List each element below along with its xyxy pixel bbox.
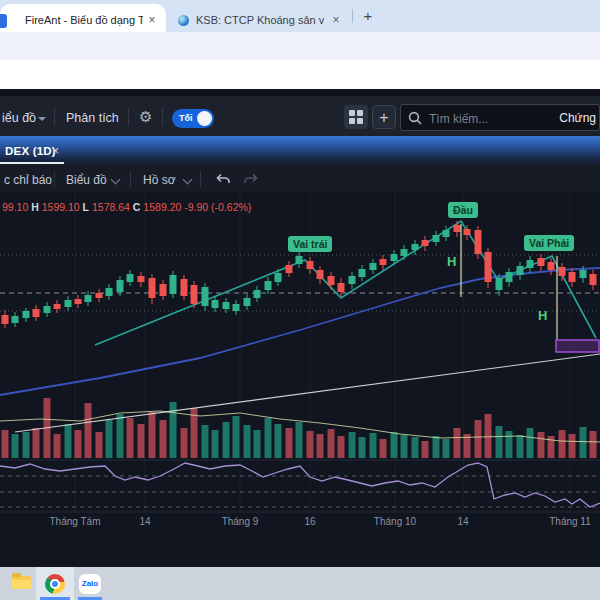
candle-body — [370, 263, 377, 270]
x-axis-label: 14 — [105, 516, 185, 527]
volume-bar — [254, 430, 261, 458]
volume-bar — [138, 424, 145, 458]
volume-bar — [127, 418, 134, 458]
volume-bar — [160, 420, 167, 458]
candle-body — [307, 261, 314, 269]
volume-bar — [433, 436, 440, 458]
candle-body — [54, 304, 61, 309]
high-label: H — [31, 201, 39, 213]
left-shoulder-annotation[interactable]: Vai trái — [288, 236, 332, 252]
volume-bar — [328, 429, 335, 458]
candle-body — [569, 272, 576, 282]
volume-bar — [23, 432, 30, 458]
candle-body — [443, 230, 450, 237]
volume-bar — [96, 432, 103, 458]
candle-body — [233, 304, 240, 311]
candle-body — [349, 276, 356, 284]
volume-bar — [33, 428, 40, 458]
volume-bar — [475, 420, 482, 458]
candle-body — [538, 258, 545, 266]
head-annotation[interactable]: Đầu — [448, 202, 478, 218]
candle-body — [328, 276, 335, 285]
volume-bar — [223, 422, 230, 458]
candle-body — [2, 315, 9, 324]
candle-body — [23, 311, 30, 318]
candle-body — [191, 285, 198, 304]
candle-body — [75, 299, 82, 304]
candle-body — [244, 298, 251, 306]
volume-bar — [359, 437, 366, 458]
volume-bar — [580, 427, 587, 458]
open-value: 99.10 — [2, 201, 28, 213]
candle-body — [380, 259, 387, 265]
candle-body — [12, 316, 19, 323]
candle-body — [527, 260, 534, 268]
high-value: 1599.10 — [42, 201, 80, 213]
candle-body — [338, 283, 345, 292]
candle-body — [296, 256, 303, 264]
volume-bar — [244, 425, 251, 458]
candle-body — [223, 302, 230, 309]
volume-bar — [485, 414, 492, 458]
volume-bar — [412, 437, 419, 458]
candle-body — [496, 278, 503, 290]
x-axis-label: 16 — [270, 516, 350, 527]
volume-bar — [85, 403, 92, 458]
volume-bar — [422, 441, 429, 458]
candle-body — [391, 254, 398, 261]
volume-bar — [106, 420, 113, 458]
candle-body — [506, 272, 513, 282]
volume-bar — [181, 428, 188, 458]
volume-bar — [275, 424, 282, 458]
candle-body — [181, 279, 188, 296]
close-label: C — [133, 201, 141, 213]
volume-bar — [149, 412, 156, 458]
volume-bar — [590, 431, 597, 458]
candle-body — [475, 230, 482, 254]
volume-bar — [569, 434, 576, 458]
candle-body — [138, 276, 145, 282]
oscillator-line — [0, 463, 600, 507]
x-axis-label: 14 — [423, 516, 503, 527]
candle-body — [212, 300, 219, 308]
right-shoulder-annotation[interactable]: Vai Phải — [524, 235, 574, 251]
volume-bar — [12, 434, 19, 458]
screen: FireAnt - Biểu đồ dạng TAB × KSB: CTCP K… — [0, 0, 600, 600]
candle-body — [265, 281, 272, 290]
volume-bar — [454, 428, 461, 458]
blue-ma-line — [0, 268, 600, 395]
close-value: 1589.20 — [143, 201, 181, 213]
low-value: 1578.64 — [92, 201, 130, 213]
candle-body — [559, 267, 566, 276]
candle-body — [433, 235, 440, 242]
candle-body — [275, 273, 282, 282]
chart-plot[interactable] — [0, 0, 600, 600]
volume-bar — [349, 432, 356, 458]
volume-bar — [286, 428, 293, 458]
volume-bar — [296, 422, 303, 458]
volume-bar — [401, 435, 408, 458]
volume-bar — [75, 430, 82, 458]
white-trendline — [15, 354, 600, 432]
volume-bar — [265, 418, 272, 458]
candle-body — [44, 306, 51, 313]
head-height-label-1[interactable]: H — [447, 254, 456, 269]
ohlc-readout: 99.10 H 1599.10 L 1578.64 C 1589.20 -9.9… — [2, 201, 251, 213]
volume-bar — [496, 426, 503, 458]
price-target-box — [556, 340, 599, 352]
volume-bar — [538, 432, 545, 458]
volume-bar — [443, 439, 450, 458]
candle-body — [422, 240, 429, 246]
head-height-label-2[interactable]: H — [538, 308, 547, 323]
candle-body — [412, 244, 419, 250]
volume-bar — [391, 432, 398, 458]
candle-body — [85, 295, 92, 302]
candle-body — [149, 278, 156, 298]
candle-body — [317, 270, 324, 279]
candle-body — [33, 309, 40, 317]
candle-body — [170, 275, 177, 294]
candle-body — [65, 300, 72, 307]
volume-bar — [317, 434, 324, 458]
volume-bar — [559, 430, 566, 458]
change-value: -9.90 (-0.62%) — [184, 201, 251, 213]
